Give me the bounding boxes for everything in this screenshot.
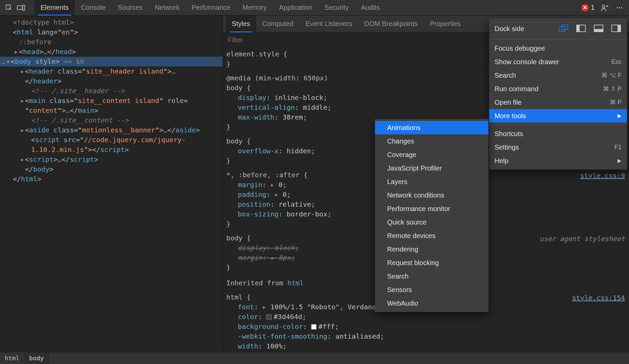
dom-node[interactable]: ▸<head>…</head> — [0, 47, 223, 57]
error-counter[interactable]: ✕ 1 — [581, 4, 595, 11]
styles-tab-computed[interactable]: Computed — [256, 16, 299, 32]
dom-node[interactable]: ▸<header class="site__header island">… — [0, 67, 223, 76]
svg-point-3 — [602, 5, 605, 8]
menu-item-search[interactable]: Search⌘ ⌥ F — [489, 69, 627, 82]
dock-bottom-icon[interactable] — [594, 25, 604, 33]
svg-point-4 — [617, 7, 618, 8]
dom-node[interactable]: 1.10.2.min.js"></script> — [0, 145, 223, 155]
menu-item-run-command[interactable]: Run command⌘ ⇧ P — [489, 82, 627, 96]
more-tools-performance-monitor[interactable]: Performance monitor — [375, 202, 488, 215]
menu-item-help[interactable]: Help▶ — [489, 154, 627, 167]
svg-point-5 — [619, 7, 620, 8]
rule-origin[interactable]: style.css:9 — [580, 171, 625, 181]
dom-node[interactable]: ▸<aside class="motionless__banner">…</as… — [0, 125, 223, 135]
svg-point-6 — [621, 7, 623, 8]
dom-node[interactable]: </body> — [0, 164, 223, 174]
dom-node[interactable]: ▸<main class="site__content island" role… — [0, 96, 223, 106]
rule-origin: user agent stylesheet — [539, 234, 625, 244]
more-tools-search[interactable]: Search — [375, 269, 488, 283]
styles-tab-dom-breakpoints[interactable]: DOM Breakpoints — [358, 16, 424, 32]
more-tools-animations[interactable]: Animations — [375, 121, 488, 134]
more-tools-remote-devices[interactable]: Remote devices — [375, 229, 488, 242]
dom-node[interactable]: <script src="//code.jquery.com/jquery- — [0, 135, 223, 145]
dock-side-row: Dock side — [489, 20, 627, 37]
user-icon[interactable] — [600, 3, 609, 12]
more-tools-request-blocking[interactable]: Request blocking — [375, 256, 488, 269]
inspect-element-icon[interactable] — [3, 2, 15, 14]
svg-rect-10 — [577, 25, 580, 32]
more-tools-changes[interactable]: Changes — [375, 134, 488, 148]
dom-node[interactable]: <!-- /.site__content --> — [0, 115, 223, 125]
svg-rect-12 — [594, 29, 603, 32]
devtools-toolbar: ElementsConsoleSourcesNetworkPerformance… — [0, 0, 629, 16]
dom-tree-pane[interactable]: <!doctype html> <html lang="en"> ::befor… — [0, 16, 223, 352]
dock-undock-icon[interactable] — [559, 25, 569, 33]
more-tools-webaudio[interactable]: WebAudio — [375, 296, 488, 310]
error-icon: ✕ — [581, 4, 589, 11]
dock-side-label: Dock side — [495, 25, 551, 33]
menu-item-open-file[interactable]: Open file⌘ P — [489, 96, 627, 109]
more-tools-network-conditions[interactable]: Network conditions — [375, 188, 488, 202]
more-tools-coverage[interactable]: Coverage — [375, 148, 488, 161]
more-tools-quick-source[interactable]: Quick source — [375, 215, 488, 229]
styles-tab-event-listeners[interactable]: Event Listeners — [300, 16, 358, 32]
panel-tab-audits[interactable]: Audits — [355, 0, 386, 15]
dom-node[interactable]: ▸<script>…</script> — [0, 155, 223, 164]
rule-origin[interactable]: style.css:154 — [572, 293, 625, 303]
panel-tab-memory[interactable]: Memory — [236, 0, 273, 15]
dom-node[interactable]: <!doctype html> — [0, 18, 223, 27]
panel-tab-performance[interactable]: Performance — [186, 0, 237, 15]
menu-item-focus-debuggee[interactable]: Focus debuggee — [489, 42, 627, 55]
overflow-menu-icon[interactable] — [615, 3, 624, 12]
panel-tab-console[interactable]: Console — [75, 0, 111, 15]
more-tools-submenu: AnimationsChangesCoverageJavaScript Prof… — [375, 119, 488, 312]
dock-right-icon[interactable] — [611, 25, 622, 33]
panel-tab-network[interactable]: Network — [149, 0, 185, 15]
more-tools-sensors[interactable]: Sensors — [375, 283, 488, 296]
menu-item-shortcuts[interactable]: Shortcuts — [489, 127, 627, 140]
panel-tabs: ElementsConsoleSourcesNetworkPerformance… — [34, 0, 386, 15]
more-tools-javascript-profiler[interactable]: JavaScript Profiler — [375, 161, 488, 175]
menu-item-show-console-drawer[interactable]: Show console drawerEsc — [489, 55, 627, 69]
dom-node[interactable]: </header> — [0, 76, 223, 86]
dock-left-icon[interactable] — [576, 25, 586, 33]
device-toolbar-icon[interactable] — [15, 2, 27, 14]
svg-rect-2 — [23, 5, 25, 10]
dom-node[interactable]: …▾<body style> == $0 — [0, 57, 223, 67]
breadcrumb-body[interactable]: body — [24, 352, 49, 364]
svg-rect-1 — [17, 6, 22, 9]
breadcrumb-html[interactable]: html — [0, 352, 24, 364]
dom-node[interactable]: <!-- /.site__header --> — [0, 86, 223, 96]
svg-rect-14 — [618, 25, 621, 32]
styles-tab-styles[interactable]: Styles — [226, 16, 256, 32]
error-count: 1 — [591, 4, 595, 11]
menu-item-settings[interactable]: SettingsF1 — [489, 140, 627, 154]
dom-node[interactable]: <html lang="en"> — [0, 27, 223, 37]
dom-breadcrumbs: htmlbody — [0, 352, 629, 364]
more-tools-layers[interactable]: Layers — [375, 175, 488, 188]
panel-tab-sources[interactable]: Sources — [112, 0, 149, 15]
panel-tab-security[interactable]: Security — [318, 0, 355, 15]
dom-node[interactable]: </html> — [0, 174, 223, 184]
panel-tab-application[interactable]: Application — [273, 0, 318, 15]
dom-node[interactable]: "content">…</main> — [0, 106, 223, 115]
dom-node[interactable]: ::before — [0, 37, 223, 47]
panel-tab-elements[interactable]: Elements — [34, 0, 75, 15]
overflow-menu: Dock side Focus debuggeeShow console dra… — [489, 18, 627, 170]
menu-item-more-tools[interactable]: More tools▶ — [489, 109, 627, 123]
more-tools-rendering[interactable]: Rendering — [375, 242, 488, 256]
styles-tab-properties[interactable]: Properties — [424, 16, 467, 32]
